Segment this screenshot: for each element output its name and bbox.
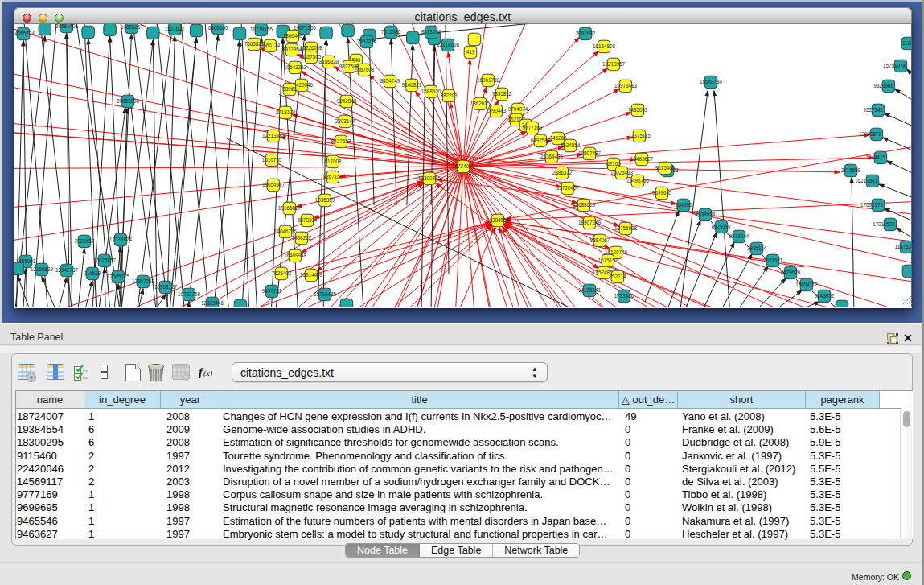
svg-text:20053396: 20053396: [117, 98, 140, 104]
svg-text:7625402: 7625402: [272, 270, 292, 276]
svg-text:1335359: 1335359: [315, 197, 335, 203]
svg-text:0699695: 0699695: [652, 190, 672, 196]
svg-text:16961758: 16961758: [477, 77, 500, 83]
svg-text:15226058: 15226058: [300, 45, 323, 51]
svg-text:5878334: 5878334: [298, 217, 318, 223]
svg-text:12213383: 12213383: [262, 133, 285, 138]
svg-text:382203: 382203: [440, 93, 458, 98]
svg-text:16154808: 16154808: [593, 43, 616, 49]
svg-text:1366409: 1366409: [283, 33, 303, 39]
svg-text:10543362: 10543362: [284, 64, 307, 70]
svg-text:7515526: 7515526: [381, 29, 401, 35]
svg-text:10958127: 10958127: [154, 284, 178, 290]
svg-text:8186328: 8186328: [319, 59, 339, 64]
svg-text:19654987: 19654987: [262, 182, 285, 187]
svg-text:12942737: 12942737: [55, 267, 79, 273]
svg-text:18724007: 18724007: [452, 163, 475, 169]
svg-text:12213957: 12213957: [602, 61, 626, 67]
svg-text:10807487: 10807487: [578, 150, 602, 156]
svg-text:17957253: 17957253: [132, 278, 155, 284]
svg-text:14136141: 14136141: [578, 287, 602, 293]
svg-text:16210643: 16210643: [855, 178, 878, 183]
svg-text:19166827: 19166827: [278, 205, 302, 211]
svg-text:1615152: 1615152: [598, 257, 618, 263]
svg-text:114519: 114519: [84, 270, 101, 276]
svg-text:12093872: 12093872: [859, 131, 882, 137]
svg-text:9615460: 9615460: [655, 165, 676, 171]
svg-text:8660124: 8660124: [261, 43, 281, 48]
svg-text:62160: 62160: [606, 161, 621, 167]
svg-text:9329966: 9329966: [873, 83, 893, 89]
svg-text:17016504: 17016504: [873, 221, 896, 227]
svg-text:10655267: 10655267: [121, 24, 144, 30]
svg-text:817008: 817008: [324, 159, 342, 164]
svg-text:10975857: 10975857: [93, 257, 117, 263]
svg-text:10025433: 10025433: [610, 170, 634, 175]
svg-text:1588520: 1588520: [421, 89, 441, 94]
svg-text:12156829: 12156829: [31, 266, 54, 272]
svg-text:16409948: 16409948: [284, 253, 307, 258]
svg-text:17692971: 17692971: [860, 202, 884, 208]
svg-text:20691406: 20691406: [55, 24, 79, 29]
svg-text:1498222: 1498222: [292, 235, 312, 241]
svg-text:10046766: 10046766: [274, 229, 298, 234]
svg-text:2935114: 2935114: [747, 245, 767, 251]
svg-text:8454749: 8454749: [380, 78, 400, 84]
svg-text:6466160: 6466160: [208, 25, 228, 31]
svg-text:9457791: 9457791: [262, 288, 282, 294]
svg-text:2386372: 2386372: [552, 170, 573, 175]
svg-text:7632621: 7632621: [763, 257, 783, 263]
svg-text:164095: 164095: [675, 202, 692, 208]
svg-text:98961: 98961: [282, 86, 297, 92]
svg-text:15751074: 15751074: [883, 63, 906, 68]
svg-text:10782759: 10782759: [178, 291, 201, 297]
svg-text:1862615: 1862615: [470, 101, 491, 106]
svg-text:6497568: 6497568: [531, 138, 551, 143]
svg-text:1527602: 1527602: [165, 26, 185, 31]
svg-text:12218506: 12218506: [437, 42, 460, 47]
svg-text:10654112: 10654112: [795, 282, 818, 287]
svg-text:8813054: 8813054: [421, 29, 441, 35]
svg-text:21364436: 21364436: [540, 154, 564, 159]
svg-text:10973493: 10973493: [614, 83, 638, 89]
svg-text:2718170: 2718170: [276, 109, 296, 115]
svg-text:6879197: 6879197: [712, 224, 732, 229]
svg-text:12375115: 12375115: [628, 133, 651, 138]
svg-text:19384554: 19384554: [487, 217, 510, 223]
svg-text:9146821: 9146821: [402, 82, 422, 88]
svg-text:8470626: 8470626: [781, 270, 801, 275]
svg-text:1733426: 1733426: [614, 293, 634, 299]
svg-text:18300295: 18300295: [418, 175, 441, 181]
svg-text:1112: 1112: [902, 40, 912, 46]
svg-text:8267150: 8267150: [323, 174, 343, 179]
svg-text:12505175: 12505175: [107, 274, 130, 279]
svg-text:19495796: 19495796: [626, 178, 650, 183]
svg-text:18907249: 18907249: [578, 220, 602, 225]
svg-text:10688609: 10688609: [573, 202, 596, 208]
svg-text:10719155: 10719155: [250, 27, 273, 32]
svg-text:9777169: 9777169: [523, 125, 543, 130]
svg-text:419: 419: [466, 49, 475, 55]
svg-text:2803144: 2803144: [335, 118, 355, 124]
svg-text:7357274: 7357274: [357, 39, 377, 44]
svg-text:(x): (x): [203, 369, 213, 378]
svg-text:1990443: 1990443: [487, 108, 507, 113]
svg-text:2867608: 2867608: [355, 67, 375, 72]
svg-text:2087682: 2087682: [576, 31, 596, 36]
svg-text:7955812: 7955812: [492, 91, 512, 97]
svg-text:9794074: 9794074: [508, 106, 528, 112]
svg-text:19756928: 19756928: [614, 225, 638, 231]
svg-text:8427552: 8427552: [331, 138, 351, 144]
svg-text:15716485: 15716485: [314, 291, 337, 297]
svg-text:12823446: 12823446: [201, 300, 224, 306]
svg-text:3624554: 3624554: [561, 142, 581, 148]
svg-text:252214: 252214: [609, 274, 626, 279]
svg-text:15720407: 15720407: [556, 185, 580, 191]
svg-text:1244415: 1244415: [865, 154, 885, 160]
svg-text:9384067: 9384067: [590, 237, 610, 243]
svg-text:24055724: 24055724: [14, 31, 35, 36]
svg-text:7485003: 7485003: [628, 107, 648, 113]
svg-text:1610755: 1610755: [262, 157, 282, 163]
svg-text:9474444: 9474444: [729, 233, 749, 239]
svg-text:116753: 116753: [894, 244, 911, 249]
